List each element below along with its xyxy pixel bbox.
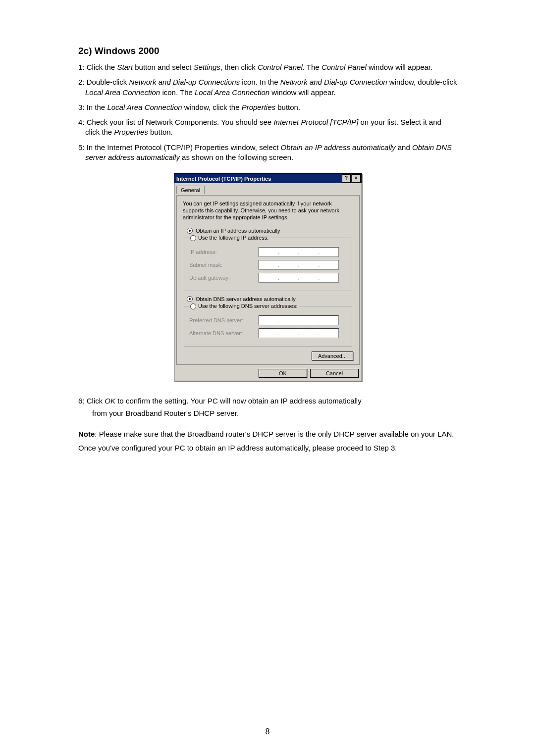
step-2: 2: Double-click Network and Dial-up Conn…: [78, 77, 458, 98]
italic: OK: [105, 397, 115, 405]
text: button.: [148, 128, 173, 136]
italic: Properties: [242, 103, 275, 111]
titlebar: Internet Protocol (TCP/IP) Properties ? …: [174, 174, 362, 183]
field-subnet: Subnet mask: ...: [189, 260, 347, 270]
radio-dns-auto[interactable]: Obtain DNS server address automatically: [187, 296, 353, 302]
cancel-button[interactable]: Cancel: [310, 369, 359, 378]
advanced-row: Advanced...: [183, 352, 353, 360]
italic: Control Panel: [321, 63, 367, 71]
ip-input: ...: [259, 315, 339, 325]
text: 1: Click the: [78, 63, 117, 71]
label-subnet: Subnet mask:: [189, 262, 259, 268]
step-1: 1: Click the Start button and select Set…: [78, 62, 458, 72]
note-text: : Please make sure that the Broadband ro…: [95, 430, 454, 438]
italic: Local Area Connection: [195, 88, 269, 97]
text: 4: Check your list of Network Components…: [78, 118, 273, 126]
section-heading: 2c) Windows 2000: [78, 46, 458, 56]
step-3: 3: In the Local Area Connection window, …: [78, 102, 458, 112]
note-label: Note: [78, 430, 95, 438]
italic: Local Area Connection: [85, 88, 160, 97]
text: 6: Click: [78, 397, 105, 405]
radio-dns-manual[interactable]: Use the following DNS server addresses:: [189, 303, 299, 309]
text: window will appear.: [269, 88, 335, 97]
step-4: 4: Check your list of Network Components…: [78, 117, 458, 138]
tcpip-properties-dialog: Internet Protocol (TCP/IP) Properties ? …: [174, 173, 362, 381]
dialog-container: Internet Protocol (TCP/IP) Properties ? …: [78, 173, 458, 381]
group-ip-manual: Use the following IP address: IP address…: [184, 235, 352, 291]
step-5: 5: In the Internet Protocol (TCP/IP) Pro…: [78, 143, 458, 163]
label-alt-dns: Alternate DNS server:: [189, 330, 259, 336]
italic: Internet Protocol [TCP/IP]: [273, 118, 358, 126]
close-icon[interactable]: ×: [352, 174, 361, 183]
radio-label: Obtain DNS server address automatically: [196, 296, 296, 302]
italic: Start: [117, 63, 133, 71]
italic: Control Panel: [258, 63, 303, 71]
group-dns-manual: Use the following DNS server addresses: …: [184, 303, 352, 347]
field-ip-address: IP address: ...: [189, 247, 347, 257]
italic: Settings: [194, 63, 220, 71]
field-pref-dns: Preferred DNS server: ...: [189, 315, 347, 325]
field-alt-dns: Alternate DNS server: ...: [189, 328, 347, 338]
radio-icon: [190, 303, 196, 309]
italic: Network and Dial-up Connection: [280, 78, 387, 86]
ip-input: ...: [259, 247, 339, 257]
ok-button[interactable]: OK: [259, 369, 307, 378]
ip-input: ...: [259, 260, 339, 270]
text: icon. The: [160, 88, 195, 97]
label-pref-dns: Preferred DNS server:: [189, 317, 259, 323]
text: and: [396, 143, 412, 151]
closing-text: Once you've configured your PC to obtain…: [78, 443, 458, 453]
text: window will appear.: [367, 63, 432, 71]
radio-ip-auto[interactable]: Obtain an IP address automatically: [187, 228, 353, 234]
step-6-line1: 6: Click OK to confirm the setting. Your…: [78, 396, 458, 406]
radio-icon: [187, 228, 193, 234]
text: . The: [303, 63, 321, 71]
text: button.: [275, 103, 300, 111]
radio-ip-manual[interactable]: Use the following IP address:: [189, 235, 269, 241]
italic: Properties: [114, 128, 148, 136]
tab-general[interactable]: General: [176, 186, 205, 194]
ip-input: ...: [259, 273, 339, 283]
dialog-description: You can get IP settings assigned automat…: [183, 201, 353, 221]
italic: Obtain an IP address automatically: [281, 143, 396, 151]
text: to confirm the setting. Your PC will now…: [115, 397, 362, 405]
text: window, click the: [182, 103, 242, 111]
radio-label: Use the following DNS server addresses:: [198, 303, 298, 309]
dialog-title: Internet Protocol (TCP/IP) Properties: [176, 176, 341, 182]
text: as shown on the following screen.: [180, 153, 293, 161]
text: 3: In the: [78, 103, 107, 111]
text: 5: In the Internet Protocol (TCP/IP) Pro…: [78, 143, 281, 151]
label-ip: IP address:: [189, 249, 259, 255]
tab-strip: General: [174, 183, 362, 195]
radio-icon: [190, 235, 196, 241]
text: icon. In the: [240, 78, 280, 86]
italic: Network and Dial-up Connections: [129, 78, 240, 86]
label-gateway: Default gateway:: [189, 275, 259, 281]
field-gateway: Default gateway: ...: [189, 273, 347, 283]
ip-input: ...: [259, 328, 339, 338]
step-6-line2: from your Broadband Router's DHCP server…: [78, 408, 458, 418]
radio-icon: [187, 296, 193, 302]
text: button and select: [133, 63, 194, 71]
italic: Local Area Connection: [107, 103, 182, 111]
text: window, double-click: [387, 78, 457, 86]
advanced-button[interactable]: Advanced...: [312, 352, 353, 360]
tab-body: You can get IP settings assigned automat…: [176, 195, 360, 365]
radio-label: Obtain an IP address automatically: [196, 228, 280, 234]
page-content: 2c) Windows 2000 1: Click the Start butt…: [0, 0, 535, 453]
page-number: 8: [0, 727, 535, 736]
radio-label: Use the following IP address:: [198, 235, 268, 241]
help-icon[interactable]: ?: [342, 174, 351, 183]
dialog-footer: OK Cancel: [174, 367, 362, 381]
text: 2: Double-click: [78, 78, 129, 86]
note: Note: Please make sure that the Broadban…: [78, 429, 458, 439]
text: , then click: [220, 63, 258, 71]
